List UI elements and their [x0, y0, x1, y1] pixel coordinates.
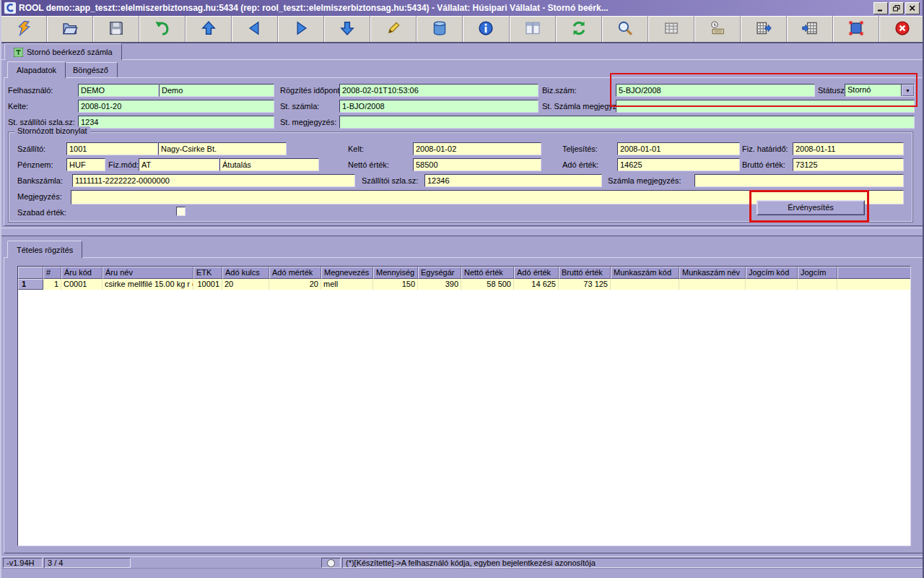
toolbar-button-export-table[interactable]	[741, 16, 787, 42]
tab-bongeszo[interactable]: Böngésző	[64, 62, 118, 77]
cell-ado-mertek: 20	[269, 279, 321, 290]
ado-ertek-label: Adó érték:	[562, 160, 598, 169]
keyboard-clock-icon	[710, 20, 725, 38]
toolbar-button-refresh[interactable]	[556, 16, 602, 42]
toolbar-button-selection[interactable]	[833, 16, 879, 42]
tab-alapadatok[interactable]: Alapadatok	[7, 61, 66, 78]
info-icon	[478, 20, 494, 38]
toolbar-button-search[interactable]	[602, 16, 648, 42]
toolbar-button-edit[interactable]	[370, 16, 417, 42]
cell-jogcim	[798, 279, 837, 290]
szallito-name-input[interactable]	[158, 142, 287, 155]
ervenyesites-button[interactable]: Érvényesítés	[757, 200, 865, 215]
fizmod-label: Fiz.mód:	[108, 160, 139, 169]
minimize-button[interactable]	[873, 2, 888, 14]
connection-indicator-cell	[321, 558, 341, 568]
rogzites-idopont-input[interactable]	[339, 84, 539, 97]
search-icon	[617, 20, 633, 38]
database-cylinder-icon	[432, 20, 448, 38]
close-button[interactable]	[905, 2, 920, 14]
toolbar-button-layout[interactable]	[510, 16, 556, 42]
pencil-icon	[385, 20, 401, 38]
cell-etk: 10001	[193, 279, 222, 290]
statusz-combobox[interactable]: Stornó ▼	[845, 84, 915, 97]
st-szamla-input[interactable]	[339, 100, 539, 113]
table-export-icon	[756, 20, 772, 38]
column-header: Jogcím	[798, 267, 837, 279]
kelt-input[interactable]	[413, 142, 541, 155]
titlebar[interactable]: ROOL demo::app_teszt::elelmiszerbiztonsa…	[1, 0, 923, 16]
toolbar-button-exit[interactable]	[879, 16, 924, 42]
penznem-label: Pénznem:	[17, 160, 53, 169]
fizmod-name-input[interactable]	[219, 158, 319, 171]
cell-brutto-ertek: 73 125	[559, 279, 611, 290]
version-indicator: -v1.94H	[3, 558, 43, 568]
statusbar-hint: (*)[Készítette]->A felhasználó kódja, eg…	[342, 558, 924, 568]
toolbar-button-first-record[interactable]	[186, 16, 232, 42]
felhasznalo-label: Felhasználó:	[8, 86, 53, 95]
szamla-megjegyzes-label: Számla megjegyzés:	[608, 176, 681, 185]
toolbar-button-save[interactable]	[93, 16, 139, 42]
st-szallitoi-szlasz-input[interactable]	[78, 116, 274, 129]
cell-index: 1	[43, 279, 61, 290]
netto-ertek-label: Nettó érték:	[348, 160, 389, 169]
toolbar-button-previous-record[interactable]	[232, 16, 278, 42]
column-header-filler	[837, 267, 910, 279]
toolbar-button-next-record[interactable]	[278, 16, 324, 42]
toolbar-button-data[interactable]	[417, 16, 463, 42]
horizontal-splitter[interactable]	[1, 228, 924, 236]
felhasznalo-code-input[interactable]	[78, 84, 159, 97]
tab-teteles-rogzites[interactable]: Tételes rögzítés	[7, 241, 82, 258]
kelte-label: Kelte:	[8, 102, 28, 111]
toolbar-button-terminal[interactable]	[694, 16, 741, 42]
ado-ertek-input[interactable]	[617, 158, 740, 171]
st-szamla-megjegyzes-label: St. Számla megjegyzés:	[542, 102, 627, 111]
st-szamla-megjegyzes-input[interactable]	[616, 100, 915, 113]
toolbar-button-open[interactable]	[47, 16, 93, 42]
bankszamla-input[interactable]	[72, 174, 355, 187]
tab-storno-beerkezo-szamla[interactable]: Stornó beérkező számla	[4, 43, 122, 60]
szamla-megjegyzes-input[interactable]	[694, 174, 904, 187]
fiz-hatarido-input[interactable]	[793, 142, 904, 155]
penznem-input[interactable]	[66, 158, 105, 171]
column-header: Áru név	[103, 267, 193, 279]
szabad-ertek-label: Szabad érték:	[17, 208, 66, 217]
toolbar-button-info[interactable]	[463, 16, 509, 42]
szallitoi-szlasz-input[interactable]	[424, 174, 602, 187]
fizmod-code-input[interactable]	[139, 158, 219, 171]
toolbar-button-import-table[interactable]	[787, 16, 833, 42]
toolbar-button-grid[interactable]	[648, 16, 694, 42]
column-header: Adó mérték	[269, 267, 321, 279]
window-title: ROOL demo::app_teszt::elelmiszerbiztonsa…	[19, 3, 871, 13]
szallito-code-input[interactable]	[66, 142, 158, 155]
toolbar-button-execute[interactable]	[1, 16, 47, 42]
toolbar-button-undo[interactable]	[139, 16, 186, 42]
teljesites-input[interactable]	[617, 142, 740, 155]
document-type-icon	[14, 48, 23, 57]
st-megjegyzes-input[interactable]	[339, 116, 915, 129]
kelte-input[interactable]	[78, 100, 274, 113]
open-folder-icon	[62, 20, 78, 38]
netto-ertek-input[interactable]	[413, 158, 541, 171]
chevron-down-icon[interactable]: ▼	[901, 85, 914, 96]
bizszam-input[interactable]	[616, 84, 815, 97]
selection-region-icon	[848, 20, 864, 38]
felhasznalo-name-input[interactable]	[159, 84, 274, 97]
undo-arrow-icon	[154, 20, 170, 38]
column-header: #	[43, 267, 61, 279]
brutto-ertek-input[interactable]	[793, 158, 904, 171]
st-megjegyzes-label: St. megjegyzés:	[280, 118, 336, 126]
toolbar-button-last-record[interactable]	[324, 16, 370, 42]
column-header: Egységár	[418, 267, 461, 279]
execute-flash-icon	[16, 20, 32, 38]
column-header: Bruttó érték	[559, 267, 611, 279]
cell-ado-ertek: 14 625	[514, 279, 559, 290]
szabad-ertek-checkbox[interactable]	[176, 207, 186, 216]
row-header[interactable]: 1	[18, 279, 43, 290]
tab-label: Stornó beérkező számla	[27, 48, 113, 56]
restore-button[interactable]	[889, 2, 904, 14]
cell-megnevezes: mell	[321, 279, 373, 290]
column-header: Munkaszám kód	[611, 267, 679, 279]
column-header: ETK	[193, 267, 222, 279]
table-row[interactable]: 1 1 C0001 csirke mellfilé 15.00 kg r eh …	[18, 279, 910, 290]
